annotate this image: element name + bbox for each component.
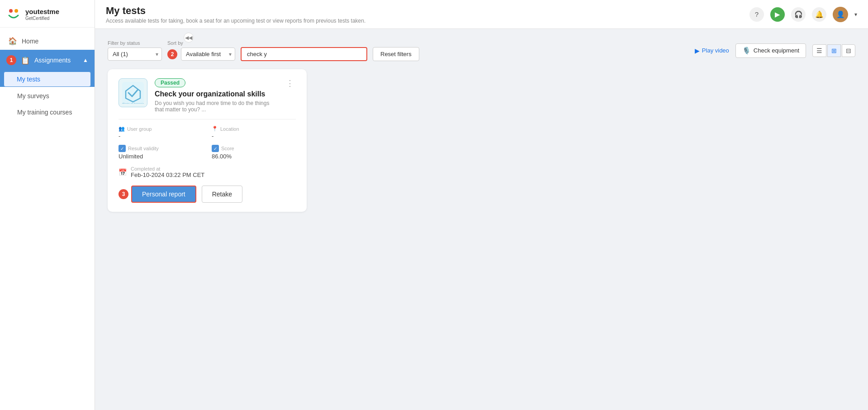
location-icon: 📍 (212, 126, 218, 132)
retake-button[interactable]: Retake (202, 186, 242, 203)
youtestme-logo-icon (5, 6, 22, 23)
card-actions: 3 Personal report Retake (119, 186, 296, 203)
meta-result-validity: ✓ Result validity Unlimited (119, 145, 203, 160)
svg-point-1 (9, 9, 13, 13)
card-menu-button[interactable]: ⋮ (284, 78, 296, 88)
sidebar: youtestme GetCertified 🏠 Home 1 📋 Assign… (0, 0, 95, 410)
user-group-value: - (119, 133, 203, 139)
play-button[interactable]: ▶ (770, 7, 785, 22)
sort-filter-group: Sort by 2 Available first (167, 40, 235, 61)
sidebar-item-my-surveys[interactable]: My surveys (0, 88, 95, 104)
topbar-icons: ? ▶ 🎧 🔔 👤 ▾ (749, 7, 857, 22)
test-card: Certificate of Appreciation Passed Check… (108, 69, 307, 212)
user-group-icon: 👥 (119, 126, 125, 132)
svg-point-2 (14, 9, 18, 13)
sidebar-item-home[interactable]: 🏠 Home (0, 32, 95, 50)
logo-name: youtestme (25, 8, 59, 16)
test-status-badge: Passed (155, 78, 185, 87)
reset-filters-button[interactable]: Reset filters (373, 47, 419, 61)
check-equipment-button[interactable]: 🎙️ Check equipment (735, 43, 806, 58)
test-description: Do you wish you had more time to do the … (155, 100, 277, 113)
meta-location: 📍 Location - (212, 126, 296, 139)
content-area: Filter by status All (1) Sort by 2 Avail… (95, 29, 868, 410)
filters-right: ▶ Play video 🎙️ Check equipment ☰ ⊞ ⊟ (695, 43, 855, 58)
my-tests-label: My tests (17, 76, 40, 83)
svg-text:Certificate of Appreciation: Certificate of Appreciation (122, 102, 144, 104)
sidebar-assignments-header[interactable]: 1 📋 Assignments ▲ (0, 50, 95, 71)
page-subtitle: Access available tests for taking, book … (106, 18, 365, 24)
sidebar-item-my-tests[interactable]: My tests (4, 72, 91, 87)
sort-step-badge: 2 (167, 49, 177, 59)
logo-area: youtestme GetCertified (0, 0, 95, 28)
home-label: Home (22, 38, 38, 45)
status-filter-select[interactable]: All (1) (108, 48, 162, 61)
sidebar-collapse-button[interactable]: ◀◀ (184, 33, 194, 43)
meta-user-group: 👥 User group - (119, 126, 203, 139)
sidebar-assignments-section: 1 📋 Assignments ▲ My tests (0, 50, 95, 87)
grid-view-button[interactable]: ⊞ (827, 44, 841, 57)
status-filter-label: Filter by status (108, 40, 162, 46)
main-content: My tests Access available tests for taki… (95, 0, 868, 410)
play-video-link[interactable]: ▶ Play video (695, 47, 729, 54)
my-surveys-label: My surveys (17, 92, 49, 100)
notification-button[interactable]: 🔔 (812, 7, 826, 22)
list-view-button[interactable]: ☰ (812, 44, 826, 57)
completed-value: Feb-10-2024 03:22 PM CET (131, 172, 204, 178)
assignments-badge: 1 (6, 55, 16, 65)
location-value: - (212, 133, 296, 139)
completed-row: 📅 Completed at Feb-10-2024 03:22 PM CET (119, 166, 296, 178)
sidebar-item-my-training[interactable]: My training courses (0, 104, 95, 120)
play-video-icon: ▶ (695, 47, 700, 54)
microphone-icon: 🎙️ (742, 47, 751, 55)
page-title: My tests (106, 5, 365, 17)
headset-button[interactable]: 🎧 (791, 7, 806, 22)
sidebar-nav: 🏠 Home 1 📋 Assignments ▲ My tests My sur… (0, 28, 95, 410)
score-value: 86.00% (212, 153, 296, 160)
filters-row: Filter by status All (1) Sort by 2 Avail… (108, 40, 855, 61)
personal-report-button[interactable]: Personal report (131, 186, 196, 203)
status-filter-group: Filter by status All (1) (108, 40, 162, 61)
sort-filter-label: Sort by (167, 40, 235, 46)
logo-sub: GetCertified (25, 16, 59, 21)
svg-point-0 (5, 6, 22, 23)
compact-view-button[interactable]: ⊟ (842, 44, 855, 57)
test-logo: Certificate of Appreciation (119, 78, 147, 107)
calendar-icon: 📅 (119, 168, 127, 176)
help-button[interactable]: ? (749, 7, 764, 22)
result-validity-value: Unlimited (119, 153, 203, 160)
test-logo-icon: Certificate of Appreciation (122, 82, 144, 104)
card-divider (119, 119, 296, 119)
card-meta-grid: 👥 User group - 📍 Location - ✓ (119, 126, 296, 160)
home-icon: 🏠 (8, 37, 17, 45)
search-input[interactable] (241, 47, 367, 61)
my-training-label: My training courses (17, 109, 72, 116)
assignments-label: Assignments (34, 57, 71, 64)
meta-score: ✓ Score 86.00% (212, 145, 296, 160)
test-title: Check your organizational skills (155, 90, 277, 98)
view-toggle: ☰ ⊞ ⊟ (812, 44, 855, 57)
completed-label: Completed at (131, 166, 204, 172)
sort-filter-select[interactable]: Available first (181, 48, 235, 61)
topbar: My tests Access available tests for taki… (95, 0, 868, 29)
assignments-icon: 📋 (21, 56, 30, 65)
user-menu-chevron-icon[interactable]: ▾ (854, 11, 857, 18)
search-group: Search (241, 40, 367, 61)
result-validity-check-icon: ✓ (119, 145, 126, 152)
assignments-chevron-icon: ▲ (83, 57, 88, 63)
personal-report-step-badge: 3 (119, 189, 128, 199)
score-check-icon: ✓ (212, 145, 219, 152)
user-avatar[interactable]: 👤 (833, 7, 848, 22)
card-header: Certificate of Appreciation Passed Check… (119, 78, 296, 113)
